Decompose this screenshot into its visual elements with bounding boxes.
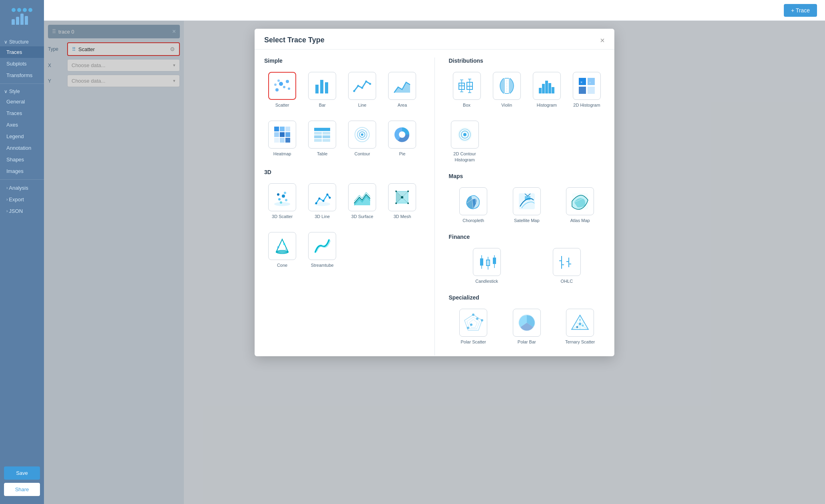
svg-rect-22: [280, 138, 285, 143]
ohlc-label: OHLC: [561, 278, 573, 284]
svg-point-12: [361, 87, 363, 89]
svg-rect-8: [320, 80, 323, 93]
trace-type-2d-contour-histogram[interactable]: 2D Contour Histogram: [449, 118, 481, 165]
sidebar-item-legend[interactable]: Legend: [0, 131, 44, 142]
trace-type-violin[interactable]: Violin: [489, 69, 525, 110]
svg-point-125: [579, 323, 581, 325]
svg-point-40: [285, 199, 287, 201]
distributions-section-title: Distributions: [449, 58, 605, 64]
sidebar-item-json[interactable]: › JSON: [0, 205, 44, 217]
simple-section-title: Simple: [264, 58, 420, 64]
svg-point-5: [288, 87, 290, 90]
save-button[interactable]: Save: [4, 466, 40, 480]
svg-rect-74: [542, 84, 545, 93]
sidebar-item-traces-style[interactable]: Traces: [0, 107, 44, 119]
svg-rect-26: [323, 132, 330, 135]
3d-surface-icon-box: [348, 183, 376, 211]
sidebar-item-transforms[interactable]: Transforms: [0, 69, 44, 81]
trace-type-3d-surface[interactable]: 3D Surface: [344, 181, 380, 222]
sidebar-bottom: Save Share: [0, 462, 44, 500]
svg-rect-76: [548, 83, 551, 93]
sidebar-item-annotation[interactable]: Annotation: [0, 142, 44, 154]
chevron-down-icon: ∨: [4, 39, 8, 45]
top-bar: + Trace: [44, 0, 825, 21]
trace-type-candlestick[interactable]: Candlestick: [449, 246, 525, 286]
svg-rect-16: [280, 127, 285, 131]
trace-type-line[interactable]: Line: [344, 69, 380, 110]
sidebar-item-axes[interactable]: Axes: [0, 119, 44, 131]
trace-type-pie[interactable]: Pie: [384, 118, 420, 159]
simple-grid-row2: Heatmap: [264, 118, 420, 159]
modal-header: Select Trace Type ×: [255, 29, 614, 50]
scatter-icon-box: [268, 72, 296, 100]
trace-type-ternary-scatter[interactable]: Ternary Scatter: [556, 306, 605, 347]
2d-histogram-label: 2D Histogram: [573, 102, 600, 108]
main-area: + Trace ⠿ trace 0 × Type ⠿ Scatter: [44, 0, 825, 504]
svg-point-49: [329, 196, 331, 198]
bar-label: Bar: [319, 102, 326, 108]
trace-type-bar[interactable]: Bar: [304, 69, 340, 110]
svg-point-13: [365, 81, 367, 83]
trace-type-histogram[interactable]: Histogram: [529, 69, 565, 110]
svg-point-1: [279, 82, 283, 86]
sidebar-item-analysis[interactable]: › Analysis: [0, 182, 44, 194]
trace-type-heatmap[interactable]: Heatmap: [264, 118, 300, 159]
finance-section-title: Finance: [449, 234, 605, 240]
svg-point-54: [407, 202, 409, 204]
candlestick-label: Candlestick: [475, 278, 498, 284]
svg-rect-19: [280, 132, 285, 137]
share-button[interactable]: Share: [4, 483, 40, 496]
trace-type-satellite-map[interactable]: Satellite Map: [502, 185, 552, 226]
add-trace-button[interactable]: + Trace: [784, 4, 817, 17]
trace-type-scatter[interactable]: Scatter: [264, 69, 300, 110]
trace-type-choropleth[interactable]: Choropleth: [449, 185, 498, 226]
right-col: Distributions: [449, 58, 605, 355]
svg-point-48: [327, 193, 329, 195]
cone-icon-box: [268, 232, 296, 260]
ohlc-icon-box: [553, 248, 581, 276]
histogram-label: Histogram: [537, 102, 557, 108]
svg-rect-18: [274, 132, 279, 137]
svg-point-39: [282, 194, 285, 198]
trace-type-polar-bar[interactable]: Polar Bar: [502, 306, 552, 347]
sidebar-item-images[interactable]: Images: [0, 165, 44, 177]
svg-point-57: [277, 246, 279, 248]
chevron-down-icon-2: ∨: [4, 89, 8, 94]
trace-type-streamtube[interactable]: Streamtube: [304, 230, 340, 270]
divider-2: [0, 179, 44, 180]
svg-point-50: [401, 196, 403, 198]
trace-type-ohlc[interactable]: OHLC: [529, 246, 605, 286]
modal-close-button[interactable]: ×: [600, 36, 605, 44]
svg-point-2: [283, 86, 285, 88]
sidebar-item-subplots[interactable]: Subplots: [0, 58, 44, 69]
sidebar-item-export[interactable]: › Export: [0, 194, 44, 205]
box-label: Box: [463, 102, 470, 108]
sidebar-item-general[interactable]: General: [0, 96, 44, 107]
sidebar-item-traces[interactable]: Traces: [0, 46, 44, 58]
trace-type-area[interactable]: Area: [384, 69, 420, 110]
trace-type-3d-line[interactable]: 3D Line: [304, 181, 340, 222]
violin-icon-box: [493, 72, 521, 100]
col-divider: [434, 58, 435, 355]
trace-type-3d-scatter[interactable]: 3D Scatter: [264, 181, 300, 222]
trace-type-atlas-map[interactable]: Atlas Map: [556, 185, 605, 226]
trace-type-polar-scatter[interactable]: Polar Scatter: [449, 306, 498, 347]
simple-extra-row: 2D Contour Histogram: [449, 118, 605, 165]
trace-type-box[interactable]: Box: [449, 69, 485, 110]
trace-type-3d-mesh[interactable]: 3D Mesh: [384, 181, 420, 222]
trace-type-table[interactable]: Table: [304, 118, 340, 159]
trace-type-contour[interactable]: Contour: [344, 118, 380, 159]
svg-point-4: [277, 79, 280, 82]
svg-rect-75: [545, 81, 548, 93]
area-label: Area: [398, 102, 407, 108]
trace-type-2d-histogram[interactable]: × × 2D Histogram: [569, 69, 605, 110]
svg-point-114: [472, 314, 474, 316]
svg-point-52: [407, 190, 409, 192]
svg-point-117: [476, 317, 478, 320]
sidebar-item-shapes[interactable]: Shapes: [0, 154, 44, 165]
svg-point-43: [280, 201, 282, 204]
divider-1: [0, 83, 44, 84]
trace-type-cone[interactable]: Cone: [264, 230, 300, 270]
histogram-icon-box: [533, 72, 561, 100]
svg-point-46: [319, 197, 321, 199]
